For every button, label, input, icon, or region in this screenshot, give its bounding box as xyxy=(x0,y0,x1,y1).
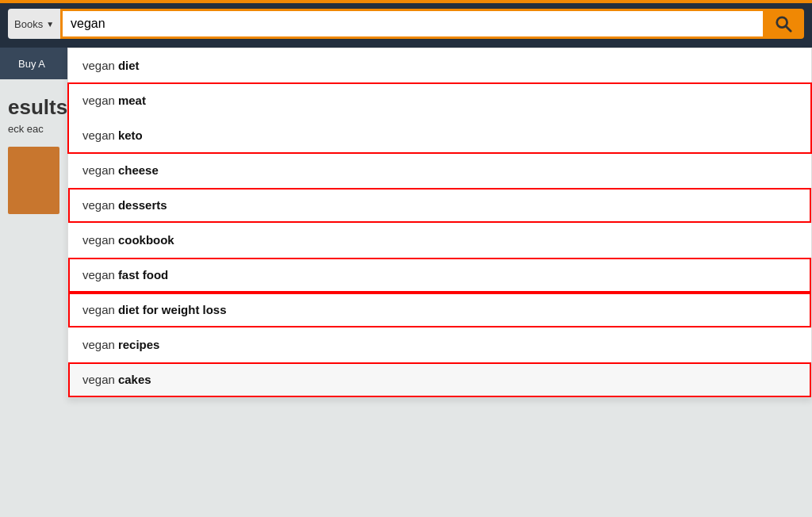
search-button[interactable] xyxy=(763,9,804,39)
chevron-down-icon: ▼ xyxy=(46,20,54,29)
suggestion-prefix: vegan xyxy=(82,198,115,212)
suggestion-vegan-cookbook[interactable]: vegan cookbook xyxy=(68,223,811,258)
suggestion-prefix: vegan xyxy=(82,94,115,107)
top-accent-bar xyxy=(0,0,812,3)
suggestion-vegan-keto[interactable]: vegan keto xyxy=(68,118,811,153)
suggestion-prefix: vegan xyxy=(82,373,115,386)
results-heading: esults xyxy=(8,95,67,120)
suggestion-suffix: meat xyxy=(118,94,146,107)
suggestion-prefix: vegan xyxy=(82,303,115,316)
header: Books ▼ xyxy=(0,0,812,48)
suggestion-prefix: vegan xyxy=(82,128,115,142)
nav-item-label: Buy A xyxy=(18,58,45,70)
search-bar: Books ▼ xyxy=(8,9,804,39)
suggestion-prefix: vegan xyxy=(82,233,115,247)
suggestion-prefix: vegan xyxy=(82,338,115,351)
suggestion-suffix: cookbook xyxy=(118,233,174,247)
suggestion-suffix: desserts xyxy=(118,198,167,212)
suggestion-vegan-fast-food[interactable]: vegan fast food xyxy=(68,258,811,293)
search-icon xyxy=(775,15,792,33)
suggestion-vegan-meat[interactable]: vegan meat xyxy=(68,83,811,118)
category-dropdown[interactable]: Books ▼ xyxy=(8,9,60,39)
suggestion-suffix: keto xyxy=(118,128,143,142)
suggestion-vegan-cheese[interactable]: vegan cheese xyxy=(68,153,811,188)
suggestion-suffix: cakes xyxy=(118,373,151,386)
nav-item-buy[interactable]: Buy A xyxy=(12,54,52,74)
suggestion-vegan-recipes[interactable]: vegan recipes xyxy=(68,327,811,362)
book-thumbnail xyxy=(8,147,59,214)
suggestion-vegan-diet[interactable]: vegan diet xyxy=(68,48,811,83)
suggestion-prefix: vegan xyxy=(82,163,115,177)
suggestion-group-meat-keto: vegan meat vegan keto xyxy=(68,83,811,153)
check-each-text: eck eac xyxy=(8,123,67,135)
search-input[interactable] xyxy=(60,9,763,39)
suggestion-vegan-desserts[interactable]: vegan desserts xyxy=(68,188,811,223)
results-heading-area: esults eck eac xyxy=(8,95,67,214)
suggestion-vegan-cakes[interactable]: vegan cakes xyxy=(68,362,811,397)
suggestion-suffix: fast food xyxy=(118,268,168,281)
suggestion-vegan-diet-weight-loss[interactable]: vegan diet for weight loss xyxy=(68,293,811,327)
suggestion-suffix: diet xyxy=(118,59,140,72)
category-label: Books xyxy=(14,18,43,30)
suggestion-suffix: cheese xyxy=(118,163,159,177)
suggestion-prefix: vegan xyxy=(82,268,115,281)
suggestion-prefix: vegan xyxy=(82,59,115,72)
svg-line-1 xyxy=(786,26,791,31)
suggestion-suffix: diet for weight loss xyxy=(118,303,227,316)
search-dropdown: vegan diet vegan meat vegan keto vegan c… xyxy=(67,48,812,398)
suggestion-suffix: recipes xyxy=(118,338,160,351)
